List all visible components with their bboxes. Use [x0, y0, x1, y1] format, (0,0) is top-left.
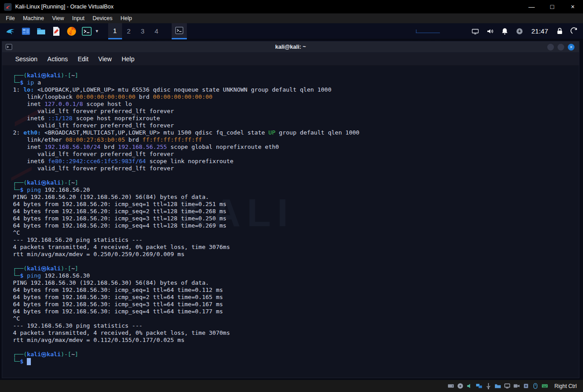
workspace-switcher: 1 2 3 4	[108, 23, 164, 39]
terminal-minimize-button[interactable]	[547, 44, 554, 51]
workspace-4[interactable]: 4	[150, 23, 164, 39]
vm-window-icon	[4, 3, 12, 11]
terminal-line: 64 bytes from 192.168.56.20: icmp_seq=4 …	[13, 222, 579, 229]
workspace-1[interactable]: 1	[108, 23, 122, 39]
network-icon[interactable]	[476, 383, 482, 389]
features-icon[interactable]	[523, 383, 529, 389]
clock[interactable]: 21:47	[530, 27, 549, 35]
mouse-integration-icon[interactable]	[532, 383, 539, 389]
panel-activity-indicator	[416, 30, 440, 33]
vm-display: ▾ 1 2 3 4	[0, 23, 583, 380]
menu-input[interactable]: Input	[68, 13, 89, 23]
keyboard-icon[interactable]	[541, 383, 548, 389]
terminal-line	[13, 172, 579, 179]
menu-help[interactable]: Help	[117, 13, 136, 23]
volume-icon[interactable]	[486, 27, 494, 35]
terminal-line: 4 packets transmitted, 4 received, 0% pa…	[13, 329, 579, 337]
system-tray: 21:47	[471, 27, 579, 35]
terminal-titlebar[interactable]: kali@kali: ~ ×	[2, 42, 579, 53]
terminal-line	[13, 344, 579, 351]
kali-menu-button[interactable]	[4, 25, 17, 37]
term-menu-session[interactable]: Session	[10, 55, 42, 63]
terminal-body[interactable]: KALI ┌──(kali㉿kali)-[~]└─$ ip a1: lo: <L…	[2, 66, 579, 378]
optical-disk-icon[interactable]	[457, 383, 464, 389]
shared-folders-icon[interactable]	[494, 383, 501, 389]
menu-machine[interactable]: Machine	[19, 13, 48, 23]
vbox-statusbar: Right Ctrl	[0, 380, 583, 392]
terminal-line: ┌──(kali㉿kali)-[~]	[13, 72, 579, 79]
kali-panel: ▾ 1 2 3 4	[0, 23, 583, 39]
terminal-line: └─$	[13, 358, 579, 365]
display-tray-icon[interactable]	[471, 27, 479, 35]
workspace-3[interactable]: 3	[136, 23, 150, 39]
chevron-down-icon[interactable]: ▾	[96, 28, 98, 34]
terminal-line: rtt min/avg/max/mdev = 0.112/0.155/0.177…	[13, 337, 579, 344]
dashboard-launcher[interactable]	[20, 25, 32, 37]
updates-icon[interactable]	[515, 27, 524, 35]
terminal-line: PING 192.168.56.20 (192.168.56.20) 56(84…	[13, 194, 579, 201]
terminal-line: valid_lft forever preferred_lft forever	[13, 108, 579, 115]
terminal-line	[13, 258, 579, 265]
terminal-line: ┌──(kali㉿kali)-[~]	[13, 351, 579, 358]
terminal-title: kali@kali: ~	[2, 44, 579, 50]
terminal-line: └─$ ip a	[13, 79, 579, 86]
minimize-button[interactable]: —	[521, 0, 542, 13]
terminal-line: link/ether 08:00:27:63:b0:05 brd ff:ff:f…	[13, 136, 579, 143]
terminal-line: 64 bytes from 192.168.56.20: icmp_seq=3 …	[13, 215, 579, 222]
terminal-close-button[interactable]: ×	[568, 44, 575, 51]
terminal-line: inet 127.0.0.1/8 scope host lo	[13, 101, 579, 108]
terminal-line: ┌──(kali㉿kali)-[~]	[13, 265, 579, 272]
taskbar-terminal-window[interactable]	[172, 23, 187, 39]
terminal-line: link/loopback 00:00:00:00:00:00 brd 00:0…	[13, 93, 579, 101]
terminal-line: rtt min/avg/max/mdev = 0.250/0.259/0.269…	[13, 251, 579, 258]
terminal-line: 64 bytes from 192.168.56.20: icmp_seq=2 …	[13, 208, 579, 215]
menu-devices[interactable]: Devices	[89, 13, 116, 23]
terminal-line: 2: eth0: <BROADCAST,MULTICAST,UP,LOWER_U…	[13, 129, 579, 136]
window-title: Kali-Linux [Running] - Oracle VirtualBox	[15, 4, 521, 10]
terminal-output: ┌──(kali㉿kali)-[~]└─$ ip a1: lo: <LOOPBA…	[2, 66, 579, 365]
audio-icon[interactable]	[466, 383, 473, 389]
usb-icon[interactable]	[485, 383, 492, 389]
terminal-line: └─$ ping 192.168.56.20	[13, 186, 579, 194]
menu-view[interactable]: View	[48, 13, 68, 23]
terminal-launcher[interactable]	[80, 25, 93, 37]
terminal-maximize-button[interactable]	[558, 44, 564, 51]
file-manager-launcher[interactable]	[35, 25, 47, 37]
lock-icon[interactable]	[556, 27, 564, 35]
logout-refresh-icon[interactable]	[570, 27, 579, 35]
terminal-line: valid_lft forever preferred_lft forever	[13, 151, 579, 158]
terminal-line: inet6 fe80::2942:cce6:1fc5:983f/64 scope…	[13, 158, 579, 165]
hard-disk-icon[interactable]	[448, 383, 454, 389]
maximize-button[interactable]: □	[542, 0, 562, 13]
terminal-line: ┌──(kali㉿kali)-[~]	[13, 179, 579, 186]
term-menu-actions[interactable]: Actions	[42, 55, 73, 63]
term-menu-edit[interactable]: Edit	[73, 55, 93, 63]
text-editor-launcher[interactable]	[50, 25, 62, 37]
display-status-icon[interactable]	[504, 383, 511, 389]
terminal-line: --- 192.168.56.30 ping statistics ---	[13, 322, 579, 329]
titlebar: Kali-Linux [Running] - Oracle VirtualBox…	[0, 0, 583, 13]
firefox-icon	[66, 26, 77, 37]
terminal-line: ^C	[13, 229, 579, 236]
firefox-launcher[interactable]	[65, 25, 77, 37]
menu-file[interactable]: File	[2, 13, 19, 23]
desktop: kali@kali: ~ × Session Actions Edit View…	[0, 40, 583, 380]
folder-icon	[36, 26, 46, 37]
terminal-line: --- 192.168.56.20 ping statistics ---	[13, 236, 579, 244]
workspace-2[interactable]: 2	[122, 23, 136, 39]
recording-icon[interactable]	[513, 383, 520, 389]
qterminal-window: kali@kali: ~ × Session Actions Edit View…	[2, 41, 579, 378]
dashboard-icon	[21, 26, 31, 37]
close-button[interactable]: ×	[562, 0, 583, 13]
term-menu-help[interactable]: Help	[117, 55, 139, 63]
notification-bell-icon[interactable]	[501, 27, 509, 35]
term-menu-view[interactable]: View	[93, 55, 117, 63]
terminal-line: inet6 ::1/128 scope host noprefixroute	[13, 115, 579, 122]
terminal-icon	[81, 26, 92, 37]
terminal-line: 64 bytes from 192.168.56.30: icmp_seq=4 …	[13, 308, 579, 315]
terminal-line: 64 bytes from 192.168.56.30: icmp_seq=2 …	[13, 294, 579, 301]
terminal-line: 64 bytes from 192.168.56.30: icmp_seq=1 …	[13, 287, 579, 294]
terminal-line: 1: lo: <LOOPBACK,UP,LOWER_UP> mtu 65536 …	[13, 86, 579, 93]
terminal-line: 64 bytes from 192.168.56.30: icmp_seq=3 …	[13, 301, 579, 308]
terminal-line: valid_lft forever preferred_lft forever	[13, 165, 579, 172]
